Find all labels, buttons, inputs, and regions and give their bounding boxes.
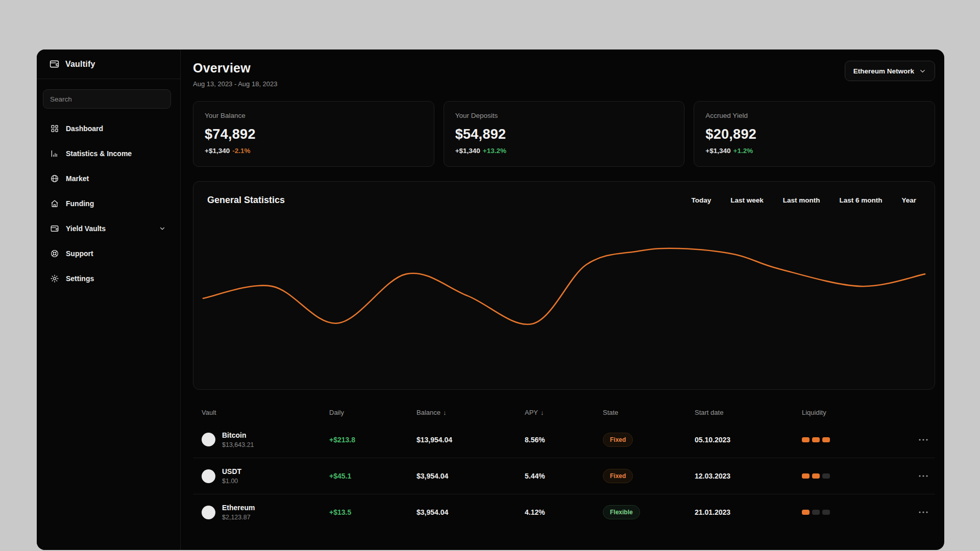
change-percent: +1.2% (733, 147, 753, 155)
chevron-down-icon (159, 225, 166, 232)
liquidity-dot (822, 473, 830, 479)
table-row-ethereum[interactable]: Ethereum $2,123.87 +$13.5 $3,954.04 4.12… (193, 494, 935, 530)
sort-desc-icon: ↓ (541, 409, 544, 416)
sidebar-item-dashboard[interactable]: Dashboard (37, 116, 180, 141)
stat-cards: Your Balance $74,892 +$1,340-2.1% Your D… (193, 101, 935, 167)
sidebar: Vaultify Dashboard Statisti (37, 49, 181, 550)
column-start-date: Start date (695, 409, 802, 416)
start-date: 05.10.2023 (695, 436, 802, 444)
wallet-logo-icon (49, 59, 60, 69)
sort-desc-icon: ↓ (443, 409, 447, 416)
stat-card-deposits: Your Deposits $54,892 +$1,340+13.2% (444, 101, 685, 167)
statistics-chart (193, 182, 935, 389)
vault-avatar (202, 433, 215, 446)
change-amount: +$1,340 (455, 147, 480, 155)
column-balance[interactable]: Balance↓ (416, 409, 525, 416)
liquidity-indicator (802, 510, 903, 515)
table-body: Bitcoin $13,643.21 +$213.8 $13,954.04 8.… (193, 421, 935, 530)
stat-card-yield: Accrued Yield $20,892 +$1,340+1.2% (694, 101, 935, 167)
column-state: State (603, 409, 695, 416)
search-input[interactable] (43, 89, 171, 109)
state-badge: Fixed (603, 433, 633, 447)
globe-icon (50, 174, 59, 183)
liquidity-dot (802, 437, 810, 442)
sidebar-item-yield-vaults[interactable]: Yield Vaults (37, 216, 180, 241)
apy-value: 8.56% (525, 436, 603, 444)
daily-change: +$13.5 (329, 508, 416, 516)
daily-change: +$45.1 (329, 472, 416, 480)
filter-today[interactable]: Today (691, 196, 711, 204)
sidebar-item-support[interactable]: Support (37, 241, 180, 266)
filter-year[interactable]: Year (901, 196, 916, 204)
date-range: Aug 13, 2023 - Aug 18, 2023 (193, 80, 278, 88)
sidebar-nav: Dashboard Statistics & Income Market (37, 116, 180, 291)
liquidity-indicator (802, 437, 903, 442)
vault-cell: Ethereum $2,123.87 (202, 504, 329, 521)
sidebar-item-label: Statistics & Income (66, 149, 132, 158)
sidebar-item-label: Market (66, 174, 89, 183)
network-selector-button[interactable]: Ethereum Network (845, 61, 935, 81)
network-selector-label: Ethereum Network (853, 67, 914, 75)
balance-value: $13,954.04 (416, 436, 525, 444)
chevron-down-icon (919, 67, 926, 75)
filter-last-month[interactable]: Last month (783, 196, 820, 204)
stat-card-balance: Your Balance $74,892 +$1,340-2.1% (193, 101, 434, 167)
panel-title: General Statistics (207, 195, 285, 206)
sidebar-item-settings[interactable]: Settings (37, 266, 180, 291)
sidebar-item-funding[interactable]: Funding (37, 191, 180, 216)
bar-chart-icon (50, 149, 59, 158)
vault-cell: USDT $1.00 (202, 467, 329, 485)
general-statistics-panel: General Statistics Today Last week Last … (193, 181, 935, 390)
change-amount: +$1,340 (205, 147, 230, 155)
liquidity-dot (822, 437, 830, 442)
stat-card-label: Accrued Yield (705, 112, 923, 119)
stat-card-label: Your Balance (205, 112, 423, 119)
time-filters: Today Last week Last month Last 6 month … (691, 196, 916, 204)
page-header: Overview Aug 13, 2023 - Aug 18, 2023 Eth… (193, 61, 935, 88)
filter-last-week[interactable]: Last week (730, 196, 764, 204)
row-menu-button[interactable] (903, 511, 928, 513)
logo-row: Vaultify (37, 49, 180, 79)
vault-price: $2,123.87 (222, 514, 255, 521)
table-row-bitcoin[interactable]: Bitcoin $13,643.21 +$213.8 $13,954.04 8.… (193, 421, 935, 458)
search-box (43, 89, 171, 109)
sidebar-item-label: Settings (66, 274, 94, 283)
liquidity-dot (802, 510, 810, 515)
app-window: Vaultify Dashboard Statisti (37, 49, 944, 550)
liquidity-dot (812, 510, 820, 515)
change-percent: +13.2% (483, 147, 506, 155)
liquidity-dot (812, 437, 820, 442)
liquidity-dot (812, 473, 820, 479)
dashboard-icon (50, 124, 59, 133)
vault-avatar (202, 506, 215, 519)
sidebar-item-label: Support (66, 249, 93, 258)
column-apy[interactable]: APY↓ (525, 409, 603, 416)
start-date: 21.01.2023 (695, 508, 802, 516)
table-header: Vault Daily Balance↓ APY↓ State Start da… (193, 403, 935, 421)
row-menu-button[interactable] (903, 439, 928, 441)
ellipsis-icon (919, 511, 928, 513)
apy-value: 5.44% (525, 472, 603, 480)
stat-card-value: $74,892 (205, 127, 423, 142)
stat-card-label: Your Deposits (455, 112, 673, 119)
ellipsis-icon (919, 439, 928, 441)
apy-value: 4.12% (525, 508, 603, 516)
main-content: Overview Aug 13, 2023 - Aug 18, 2023 Eth… (181, 49, 944, 550)
filter-last-6-month[interactable]: Last 6 month (839, 196, 882, 204)
vault-cell: Bitcoin $13,643.21 (202, 431, 329, 448)
home-icon (50, 199, 59, 208)
sidebar-item-market[interactable]: Market (37, 166, 180, 191)
liquidity-dot (802, 473, 810, 479)
column-daily: Daily (329, 409, 416, 416)
sidebar-item-label: Yield Vaults (66, 224, 106, 233)
ellipsis-icon (919, 475, 928, 477)
sidebar-item-label: Dashboard (66, 124, 103, 133)
table-row-usdt[interactable]: USDT $1.00 +$45.1 $3,954.04 5.44% Fixed … (193, 458, 935, 494)
vault-price: $1.00 (222, 478, 241, 485)
start-date: 12.03.2023 (695, 472, 802, 480)
vaults-table: Vault Daily Balance↓ APY↓ State Start da… (193, 403, 935, 530)
vault-name: Ethereum (222, 504, 255, 512)
lifebuoy-icon (50, 249, 59, 258)
sidebar-item-statistics-income[interactable]: Statistics & Income (37, 141, 180, 166)
row-menu-button[interactable] (903, 475, 928, 477)
